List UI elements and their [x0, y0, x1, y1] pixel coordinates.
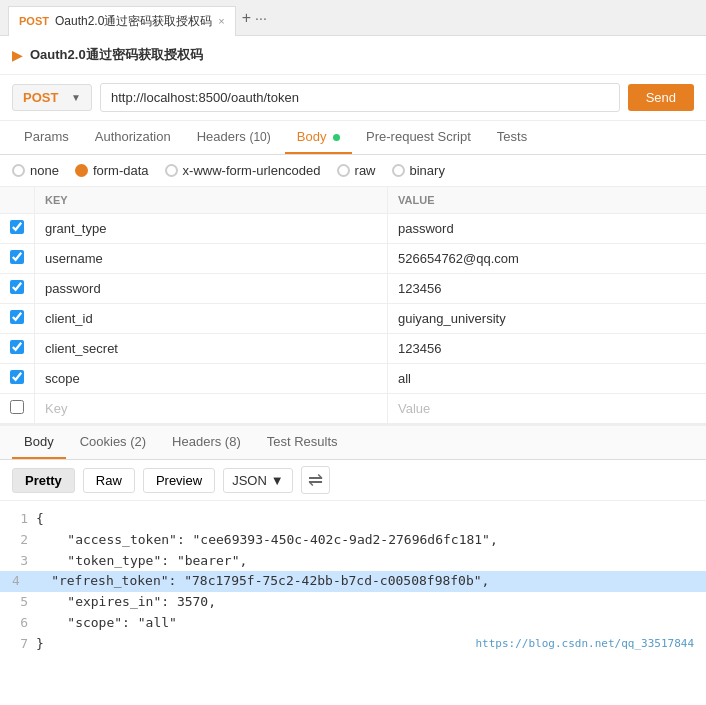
json-line: 1{ [12, 509, 694, 530]
line-content: "scope": "all" [36, 613, 177, 634]
row-checkbox[interactable] [10, 250, 24, 264]
row-checkbox-cell[interactable] [0, 304, 35, 334]
line-number: 5 [12, 592, 28, 613]
table-row: client_idguiyang_university [0, 304, 706, 334]
tab-tests[interactable]: Tests [485, 121, 539, 154]
table-row: username526654762@qq.com [0, 244, 706, 274]
resp-tab-headers[interactable]: Headers (8) [160, 426, 253, 459]
json-line: 2 "access_token": "cee69393-450c-402c-9a… [12, 530, 694, 551]
pretty-button[interactable]: Pretty [12, 468, 75, 493]
line-number: 1 [12, 509, 28, 530]
table-row: KeyValue [0, 394, 706, 424]
table-row: password123456 [0, 274, 706, 304]
none-label: none [30, 163, 59, 178]
raw-label: raw [355, 163, 376, 178]
option-none[interactable]: none [12, 163, 59, 178]
row-key-cell: username [35, 244, 388, 274]
row-value-cell: Value [388, 394, 707, 424]
json-line: 5 "expires_in": 3570, [12, 592, 694, 613]
raw-radio [337, 164, 350, 177]
row-key-cell: password [35, 274, 388, 304]
checkbox-col-header [0, 187, 35, 214]
format-dropdown-icon: ▼ [271, 473, 284, 488]
row-value-cell: 123456 [388, 274, 707, 304]
row-key-cell: Key [35, 394, 388, 424]
row-key-cell: client_secret [35, 334, 388, 364]
row-checkbox[interactable] [10, 280, 24, 294]
tab-prerequest[interactable]: Pre-request Script [354, 121, 483, 154]
method-label: POST [23, 90, 58, 105]
value-col-header: VALUE [388, 187, 707, 214]
line-content: "token_type": "bearer", [36, 551, 247, 572]
table-header-row: KEY VALUE [0, 187, 706, 214]
table-row: grant_typepassword [0, 214, 706, 244]
binary-radio [392, 164, 405, 177]
row-checkbox-cell[interactable] [0, 394, 35, 424]
format-select[interactable]: JSON ▼ [223, 468, 293, 493]
response-tabs-nav: Body Cookies (2) Headers (8) Test Result… [0, 424, 706, 460]
row-checkbox[interactable] [10, 400, 24, 414]
collection-arrow-icon[interactable]: ▶ [12, 48, 22, 63]
row-value-cell: 526654762@qq.com [388, 244, 707, 274]
line-number: 6 [12, 613, 28, 634]
row-checkbox-cell[interactable] [0, 364, 35, 394]
row-checkbox[interactable] [10, 340, 24, 354]
tab-authorization[interactable]: Authorization [83, 121, 183, 154]
row-checkbox[interactable] [10, 310, 24, 324]
option-binary[interactable]: binary [392, 163, 445, 178]
preview-button[interactable]: Preview [143, 468, 215, 493]
watermark: https://blog.csdn.net/qq_33517844 [475, 635, 694, 653]
resp-tab-cookies[interactable]: Cookies (2) [68, 426, 158, 459]
row-checkbox[interactable] [10, 220, 24, 234]
row-value-cell: all [388, 364, 707, 394]
tab-headers[interactable]: Headers (10) [185, 121, 283, 154]
row-checkbox-cell[interactable] [0, 334, 35, 364]
tab-method-badge: POST [19, 15, 49, 27]
row-value-cell: password [388, 214, 707, 244]
url-input[interactable] [100, 83, 620, 112]
tab-close-button[interactable]: × [218, 15, 224, 27]
row-checkbox-cell[interactable] [0, 244, 35, 274]
tab-bar: POST Oauth2.0通过密码获取授权码 × + ··· [0, 0, 706, 36]
row-key-cell: scope [35, 364, 388, 394]
line-content: } [36, 634, 44, 655]
urlencoded-radio [165, 164, 178, 177]
collection-header: ▶ Oauth2.0通过密码获取授权码 [0, 36, 706, 75]
wrap-icon[interactable]: ⇌ [301, 466, 330, 494]
line-number: 7 [12, 634, 28, 655]
tab-params[interactable]: Params [12, 121, 81, 154]
active-tab[interactable]: POST Oauth2.0通过密码获取授权码 × [8, 6, 236, 36]
binary-label: binary [410, 163, 445, 178]
urlencoded-label: x-www-form-urlencoded [183, 163, 321, 178]
key-col-header: KEY [35, 187, 388, 214]
none-radio [12, 164, 25, 177]
line-content: "refresh_token": "78c1795f-75c2-42bb-b7c… [20, 573, 490, 588]
tab-body[interactable]: Body [285, 121, 352, 154]
more-tabs-button[interactable]: ··· [255, 10, 267, 26]
line-number: 2 [12, 530, 28, 551]
resp-tab-body[interactable]: Body [12, 426, 66, 459]
row-value-cell: 123456 [388, 334, 707, 364]
row-checkbox-cell[interactable] [0, 274, 35, 304]
format-label: JSON [232, 473, 267, 488]
method-select[interactable]: POST ▼ [12, 84, 92, 111]
option-form-data[interactable]: form-data [75, 163, 149, 178]
table-row: scopeall [0, 364, 706, 394]
resp-tab-test-results[interactable]: Test Results [255, 426, 350, 459]
raw-button[interactable]: Raw [83, 468, 135, 493]
method-dropdown-icon: ▼ [71, 92, 81, 103]
body-options: none form-data x-www-form-urlencoded raw… [0, 155, 706, 187]
new-tab-button[interactable]: + [242, 9, 251, 27]
row-checkbox-cell[interactable] [0, 214, 35, 244]
option-urlencoded[interactable]: x-www-form-urlencoded [165, 163, 321, 178]
line-number: 3 [12, 551, 28, 572]
line-content: "expires_in": 3570, [36, 592, 216, 613]
table-row: client_secret123456 [0, 334, 706, 364]
row-checkbox[interactable] [10, 370, 24, 384]
json-output: 1{2 "access_token": "cee69393-450c-402c-… [0, 501, 706, 663]
send-button[interactable]: Send [628, 84, 694, 111]
row-value-cell: guiyang_university [388, 304, 707, 334]
json-line: 6 "scope": "all" [12, 613, 694, 634]
option-raw[interactable]: raw [337, 163, 376, 178]
url-bar: POST ▼ Send [0, 75, 706, 121]
